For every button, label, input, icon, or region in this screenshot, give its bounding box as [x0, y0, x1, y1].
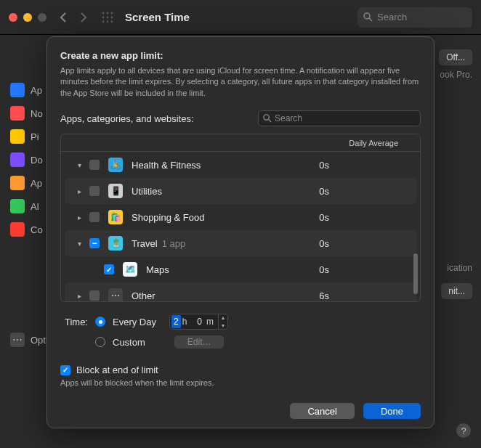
category-label: Travel	[132, 238, 158, 249]
svg-line-12	[268, 120, 271, 123]
time-stepper[interactable]: 2 h 0 m ▲ ▼	[169, 314, 228, 330]
sidebar-item-icon	[10, 83, 25, 97]
background-off-button[interactable]: Off...	[439, 49, 472, 65]
sidebar-item-icon	[10, 152, 25, 167]
stepper-up-icon[interactable]: ▲	[219, 314, 227, 322]
checkbox[interactable]	[89, 186, 100, 196]
category-label: Utilities	[132, 186, 162, 197]
svg-point-5	[111, 16, 113, 18]
daily-average-value: 6s	[319, 290, 329, 301]
svg-point-9	[364, 13, 370, 19]
disclosure-icon[interactable]: ▾	[75, 240, 84, 248]
category-icon: 🚴	[108, 158, 123, 172]
options-icon: ⋯	[10, 333, 25, 347]
modal-heading: Create a new app limit:	[60, 50, 421, 61]
block-row: ✓ Block at end of limit	[60, 364, 421, 375]
svg-point-7	[107, 20, 109, 23]
svg-point-3	[102, 16, 105, 18]
checkbox[interactable]	[89, 212, 100, 222]
close-window-button[interactable]	[9, 13, 17, 22]
category-row[interactable]: ▸🛍️Shopping & Food0s	[65, 204, 416, 230]
time-label: Time:	[60, 317, 88, 327]
daily-average-value: 0s	[319, 186, 329, 197]
done-button[interactable]: Done	[363, 403, 421, 419]
search-icon	[263, 114, 272, 123]
sidebar-item-icon	[10, 176, 25, 190]
disclosure-icon[interactable]: ▸	[75, 187, 84, 195]
search-icon	[363, 12, 373, 22]
modal-description: App limits apply to all devices that are…	[60, 65, 421, 99]
disclosure-icon[interactable]: ▾	[75, 161, 84, 169]
category-sublabel: 1 app	[162, 238, 186, 249]
daily-average-value: 0s	[319, 160, 329, 171]
svg-point-1	[107, 12, 109, 14]
category-row[interactable]: ▸⋯Other6s	[65, 282, 416, 301]
help-button[interactable]: ?	[456, 423, 471, 438]
svg-point-4	[107, 16, 109, 18]
search-label: Apps, categories, and websites:	[60, 113, 258, 124]
disclosure-icon[interactable]: ▸	[75, 292, 84, 300]
svg-point-2	[111, 12, 113, 14]
minimize-window-button[interactable]	[23, 13, 32, 22]
modal-footer: Cancel Done	[60, 403, 421, 419]
sidebar-item-icon	[10, 129, 25, 144]
checkbox[interactable]: −	[89, 238, 100, 248]
grid-icon[interactable]	[102, 12, 113, 23]
time-section: Time: Every Day 2 h 0 m ▲ ▼	[60, 314, 421, 330]
svg-point-11	[264, 115, 269, 120]
scrollbar-thumb[interactable]	[413, 253, 418, 294]
category-icon: ⋯	[108, 288, 123, 301]
block-checkbox[interactable]: ✓	[60, 365, 70, 375]
category-label: Maps	[146, 264, 169, 275]
category-label: Health & Fitness	[132, 160, 201, 171]
daily-average-value: 0s	[319, 238, 329, 249]
category-icon: 🗺️	[123, 262, 137, 277]
stepper-down-icon[interactable]: ▼	[219, 322, 227, 330]
sidebar-item-icon	[10, 199, 25, 213]
edit-button: Edit…	[174, 335, 225, 349]
back-icon[interactable]	[60, 12, 67, 23]
global-search-input[interactable]: Search	[357, 7, 472, 28]
checkbox[interactable]	[89, 290, 100, 301]
app-limit-modal: Create a new app limit: App limits apply…	[47, 36, 434, 428]
category-search-input[interactable]: Search	[258, 110, 421, 126]
custom-radio[interactable]	[95, 337, 105, 347]
list-body[interactable]: ▾🚴Health & Fitness0s▸📱Utilities0s▸🛍️Shop…	[61, 152, 420, 301]
cancel-button[interactable]: Cancel	[290, 403, 354, 419]
system-settings-window: Screen Time Search ApNoPiDoApAlCo ⋯ Opti…	[0, 0, 481, 448]
category-label: Shopping & Food	[132, 212, 204, 223]
category-icon: 🛍️	[108, 210, 123, 224]
titlebar: Screen Time Search	[0, 0, 481, 35]
category-label: Other	[132, 290, 155, 301]
category-icon: 📱	[108, 184, 123, 198]
svg-point-0	[102, 12, 105, 14]
category-row[interactable]: ▾🚴Health & Fitness0s	[65, 152, 416, 178]
block-label: Block at end of limit	[76, 364, 158, 375]
checkbox[interactable]	[89, 160, 100, 170]
svg-line-10	[369, 18, 372, 21]
custom-row: Custom Edit…	[95, 335, 421, 349]
background-limit-button[interactable]: nit...	[441, 283, 472, 299]
stepper-buttons[interactable]: ▲ ▼	[218, 314, 227, 330]
maximize-window-button[interactable]	[38, 13, 47, 22]
hours-value[interactable]: 2	[171, 315, 181, 328]
category-row[interactable]: ▸📱Utilities0s	[65, 178, 416, 204]
daily-average-value: 0s	[319, 264, 329, 275]
window-controls	[9, 13, 47, 22]
category-row[interactable]: ▾−🏝️Travel1 app0s	[65, 230, 416, 256]
page-title: Screen Time	[125, 11, 357, 23]
minutes-value[interactable]: 0	[191, 317, 206, 327]
daily-average-value: 0s	[319, 212, 329, 223]
column-header: Daily Average	[61, 134, 420, 152]
custom-label: Custom	[113, 337, 145, 348]
disclosure-icon[interactable]: ▸	[75, 213, 84, 221]
forward-icon[interactable]	[80, 12, 87, 23]
sidebar-item-icon	[10, 106, 25, 121]
svg-point-8	[111, 20, 113, 23]
sidebar-item-icon	[10, 222, 25, 237]
checkbox[interactable]: ✓	[104, 264, 114, 274]
block-description: Apps will be blocked when the limit expi…	[60, 378, 421, 387]
every-day-radio[interactable]	[95, 317, 105, 327]
app-row[interactable]: ✓🗺️Maps0s	[65, 256, 416, 282]
svg-point-6	[102, 20, 105, 23]
